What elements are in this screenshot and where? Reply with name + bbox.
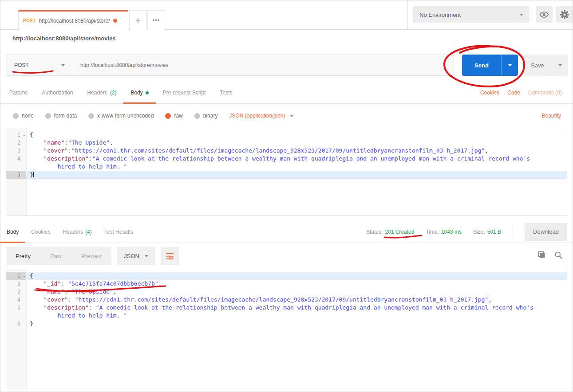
response-body-editor[interactable]: 1▾{2 "_id": "5c4e715fa74c07dbbb6ecb7b",3… bbox=[6, 269, 567, 390]
code-line[interactable]: 1▾{ bbox=[6, 272, 567, 280]
response-header: Body Cookies Headers (4) Test Results St… bbox=[0, 221, 573, 243]
send-button-group: Send bbox=[462, 55, 518, 76]
unsaved-changes-dot-icon bbox=[113, 19, 117, 23]
response-meta: Status: 201 Created Time: 1043 ms Size: … bbox=[366, 223, 567, 241]
tab-tests[interactable]: Tests bbox=[213, 82, 239, 103]
body-mode-row: none form-data x-www-form-urlencoded raw… bbox=[0, 104, 573, 128]
code-text: "name":"The Upside", bbox=[26, 139, 567, 147]
save-options-button[interactable] bbox=[552, 55, 568, 76]
code-line[interactable]: 2 "_id": "5c4e715fa74c07dbbb6ecb7b", bbox=[6, 280, 567, 288]
send-options-button[interactable] bbox=[501, 55, 518, 76]
wrap-lines-icon bbox=[166, 251, 174, 260]
request-tab[interactable]: POST http://localhost:8080/api/store/ bbox=[18, 10, 128, 30]
tab-label: Authorization bbox=[42, 90, 73, 96]
tab-label: Body bbox=[130, 90, 142, 96]
body-mode-none[interactable]: none bbox=[13, 113, 34, 119]
body-mode-binary[interactable]: binary bbox=[194, 113, 218, 119]
response-tab-headers[interactable]: Headers (4) bbox=[57, 221, 98, 243]
line-number: 2 bbox=[6, 280, 26, 288]
chevron-down-icon bbox=[61, 64, 65, 68]
code-text: "name": "The Upside", bbox=[26, 288, 567, 296]
more-tabs-button[interactable]: ••• bbox=[147, 10, 165, 30]
chevron-down-icon bbox=[508, 64, 512, 68]
tab-headers[interactable]: Headers (2) bbox=[80, 82, 123, 103]
download-button[interactable]: Download bbox=[525, 223, 567, 241]
mode-label: x-www-form-urlencoded bbox=[97, 113, 154, 119]
code-line[interactable]: 3 "cover":"https://cdn1.thr.com/sites/de… bbox=[6, 147, 567, 155]
response-format-select[interactable]: JSON bbox=[117, 247, 155, 265]
body-mode-raw[interactable]: raw bbox=[165, 113, 182, 119]
request-links: Cookies Code Comments (0) bbox=[480, 90, 565, 96]
response-view-switcher: Pretty Raw Preview bbox=[6, 247, 111, 265]
request-tabs: Params Authorization Headers (2) Body Pr… bbox=[0, 82, 573, 104]
tab-authorization[interactable]: Authorization bbox=[35, 82, 80, 103]
code-line[interactable]: 3 "name": "The Upside", bbox=[6, 288, 567, 296]
copy-icon bbox=[537, 251, 546, 259]
response-tab-test-results[interactable]: Test Results bbox=[98, 221, 139, 243]
beautify-link[interactable]: Beautify bbox=[542, 113, 573, 119]
gear-icon bbox=[559, 9, 570, 20]
mode-label: none bbox=[22, 113, 34, 119]
line-number: 5 bbox=[6, 304, 26, 312]
fold-toggle-icon[interactable]: ▾ bbox=[23, 131, 25, 139]
radio-icon bbox=[13, 113, 19, 119]
body-mode-urlencoded[interactable]: x-www-form-urlencoded bbox=[88, 113, 154, 119]
chevron-down-icon bbox=[290, 115, 293, 119]
line-number: 1▾ bbox=[6, 131, 26, 139]
code-line[interactable]: 5 "description": "A comedic look at the … bbox=[6, 304, 567, 312]
body-mode-form-data[interactable]: form-data bbox=[45, 113, 77, 119]
status-pair: Status: 201 Created bbox=[366, 229, 414, 235]
code-line[interactable]: 2 "name":"The Upside", bbox=[6, 139, 567, 147]
view-pretty[interactable]: Pretty bbox=[6, 253, 40, 259]
method-select[interactable]: POST bbox=[6, 55, 73, 75]
status-label: Status: bbox=[366, 229, 383, 235]
eye-icon bbox=[539, 10, 549, 20]
copy-response-button[interactable] bbox=[537, 251, 546, 261]
chevron-down-icon bbox=[558, 64, 562, 68]
method-label: POST bbox=[14, 62, 29, 68]
mode-label: binary bbox=[203, 113, 218, 119]
text-cursor bbox=[33, 172, 34, 177]
response-tab-body[interactable]: Body bbox=[0, 221, 25, 243]
environment-quick-look-button[interactable] bbox=[536, 6, 553, 23]
search-response-button[interactable] bbox=[554, 251, 563, 261]
radio-selected-icon bbox=[165, 113, 171, 119]
fold-toggle-icon[interactable]: ▾ bbox=[23, 272, 25, 280]
status-value: 201 Created bbox=[385, 229, 414, 235]
code-line[interactable]: hired to help him. " bbox=[6, 163, 567, 171]
top-bar: POST http://localhost:8080/api/store/ + … bbox=[0, 0, 573, 30]
environment-selector[interactable]: No Environment bbox=[413, 6, 530, 23]
code-line[interactable]: 1▾{ bbox=[6, 131, 567, 139]
new-tab-button[interactable]: + bbox=[129, 10, 147, 30]
response-tab-cookies[interactable]: Cookies bbox=[25, 221, 56, 243]
line-number: 4 bbox=[6, 296, 26, 304]
search-icon bbox=[554, 251, 563, 259]
view-raw[interactable]: Raw bbox=[40, 253, 71, 259]
wrap-lines-button[interactable] bbox=[161, 247, 179, 265]
mode-label: raw bbox=[174, 113, 182, 119]
tab-label: Test Results bbox=[104, 229, 133, 235]
send-button[interactable]: Send bbox=[462, 55, 501, 76]
code-line[interactable]: 4 "description":"A comedic look at the r… bbox=[6, 155, 567, 163]
tab-body[interactable]: Body bbox=[123, 82, 155, 103]
url-input[interactable] bbox=[73, 55, 454, 75]
tab-label: Params bbox=[9, 90, 28, 96]
tab-params[interactable]: Params bbox=[2, 82, 35, 103]
content-type-select[interactable]: JSON (application/json) bbox=[229, 113, 293, 119]
comments-link[interactable]: Comments (0) bbox=[528, 90, 562, 96]
code-line[interactable]: 4 "cover": "https://cdn1.thr.com/sites/d… bbox=[6, 296, 567, 304]
code-text: } bbox=[26, 171, 567, 179]
tab-label: Cookies bbox=[31, 229, 50, 235]
cookies-link[interactable]: Cookies bbox=[480, 90, 499, 96]
request-body-editor[interactable]: 1▾{2 "name":"The Upside",3 "cover":"http… bbox=[6, 128, 567, 216]
line-number bbox=[6, 312, 26, 320]
settings-button[interactable] bbox=[556, 6, 573, 23]
code-line[interactable]: 6} bbox=[6, 320, 567, 328]
code-line[interactable]: hired to help him. " bbox=[6, 312, 567, 320]
save-button[interactable]: Save bbox=[523, 55, 552, 76]
view-preview[interactable]: Preview bbox=[71, 253, 111, 259]
tab-pre-request-script[interactable]: Pre-request Script bbox=[156, 82, 213, 103]
code-link[interactable]: Code bbox=[507, 90, 520, 96]
code-line[interactable]: 5} bbox=[6, 171, 567, 179]
code-text: hired to help him. " bbox=[26, 163, 567, 171]
